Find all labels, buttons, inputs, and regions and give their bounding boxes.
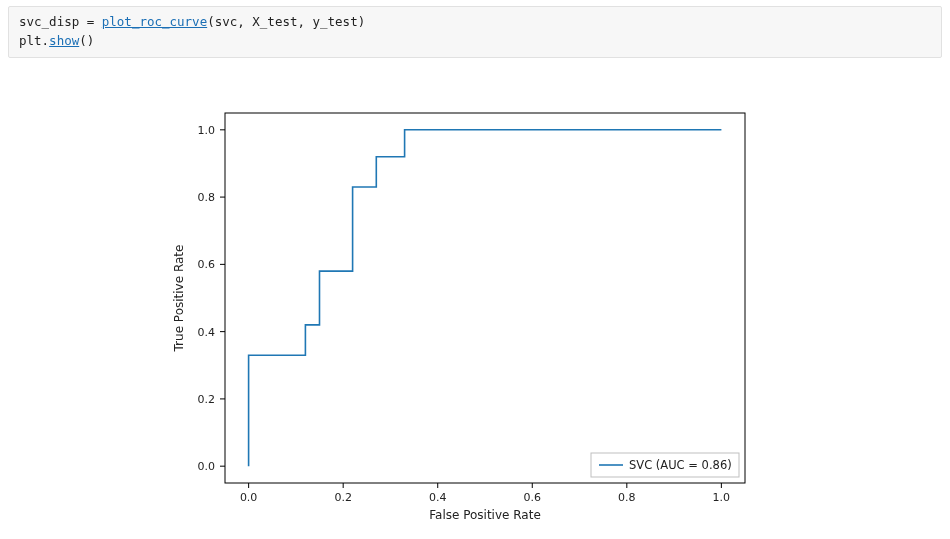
code-text: plt [19,33,42,48]
code-fn-plot: plot_roc_curve [102,14,207,29]
chart-output: 0.00.20.40.60.81.00.00.20.40.60.81.0Fals… [0,58,950,538]
x-tick-label: 0.0 [240,491,258,504]
y-axis-label: True Positive Rate [172,244,186,352]
y-tick-label: 0.6 [198,258,216,271]
code-text: svc_disp = [19,14,102,29]
y-tick-label: 0.8 [198,191,216,204]
x-axis-label: False Positive Rate [429,508,541,522]
plot-frame [225,113,745,483]
x-tick-label: 0.6 [524,491,542,504]
roc-curve-chart: 0.00.20.40.60.81.00.00.20.40.60.81.0Fals… [0,58,950,538]
y-tick-label: 1.0 [198,123,216,136]
code-fn-show: show [49,33,79,48]
code-text: () [79,33,94,48]
x-tick-label: 0.4 [429,491,447,504]
x-tick-label: 0.8 [618,491,636,504]
code-text: (svc, X_test, y_test) [207,14,365,29]
code-cell: svc_disp = plot_roc_curve(svc, X_test, y… [8,6,942,58]
y-tick-label: 0.2 [198,392,216,405]
roc-curve-line [249,129,722,465]
x-tick-label: 1.0 [713,491,731,504]
legend-label: SVC (AUC = 0.86) [629,458,732,472]
y-tick-label: 0.0 [198,460,216,473]
x-tick-label: 0.2 [334,491,352,504]
y-tick-label: 0.4 [198,325,216,338]
